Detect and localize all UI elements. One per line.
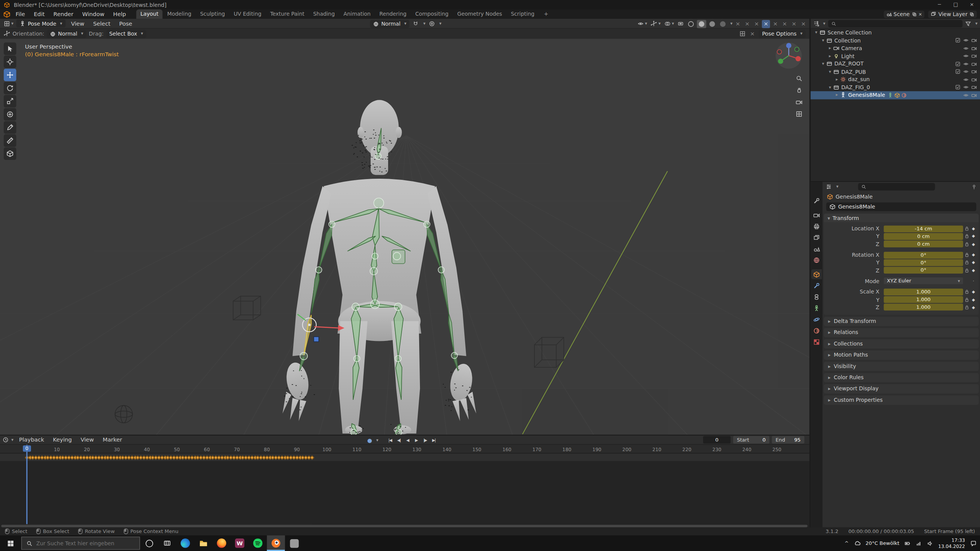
properties-search[interactable] [858,183,935,191]
disclosure-icon[interactable]: ▾ [827,85,833,90]
lock-icon[interactable] [964,241,969,246]
volume-icon[interactable] [927,540,933,546]
section-collections[interactable]: ▸Collections [824,339,979,348]
keyframe-decorator-icon[interactable]: ◆ [970,253,977,258]
outliner-row-genesis8male[interactable]: ▸Genesis8Male [811,91,980,99]
camera-view-icon[interactable] [795,99,802,106]
close-button[interactable]: × [964,0,980,9]
transform-panel-header[interactable]: ▾ Transform [824,214,979,222]
navigation-gizmo[interactable] [774,41,803,71]
properties-tab-physics[interactable] [811,314,822,324]
zoom-icon[interactable] [795,75,802,82]
gizmo-x-arrow[interactable] [314,327,338,328]
task-view-button[interactable] [158,535,176,551]
timeline-editor-icon[interactable] [3,437,9,443]
field-z-2[interactable]: 0 cm [884,241,963,248]
check-toggle-icon[interactable] [955,85,961,90]
start-button[interactable] [0,535,21,551]
keyframe-decorator-icon[interactable]: ◆ [970,241,977,246]
taskbar-search[interactable] [21,536,140,549]
tool-measure-button[interactable] [4,134,16,147]
eye-toggle-icon[interactable] [963,85,969,90]
tool-transform-button[interactable] [4,108,16,121]
wireframe-cube-right[interactable] [534,337,564,367]
disclosure-icon[interactable]: ▸ [827,54,833,59]
new-view-layer-icon[interactable] [969,11,974,16]
section-viewport-display[interactable]: ▸Viewport Display [824,384,979,393]
workspace-tab-compositing[interactable]: Compositing [411,9,453,18]
menu-window[interactable]: Window [78,11,109,17]
keyframe-decorator-icon[interactable]: ◆ [970,226,977,231]
visibility-dropdown[interactable]: ▾ [636,20,648,28]
field-scale-x-7[interactable]: 1.000 [884,289,963,295]
field-rotation-x-3[interactable]: 0° [884,251,963,258]
gizmo-plane-handle[interactable] [314,337,319,342]
joint-sphere[interactable] [371,300,379,309]
section-relations[interactable]: ▸Relations [824,328,979,337]
view-layer-selector[interactable]: View Layer [928,10,977,18]
camera-toggle-icon[interactable] [971,46,977,51]
eye-toggle-icon[interactable] [963,69,969,75]
action-center-icon[interactable] [970,540,977,547]
field-z-9[interactable]: 1.000 [884,304,963,311]
field-y-8[interactable]: 1.000 [884,296,963,303]
tool-rotate-button[interactable] [4,82,16,95]
taskbar-app-blender[interactable] [267,535,285,551]
section-custom-properties[interactable]: ▸Custom Properties [824,395,979,404]
viewport-menu-view[interactable]: View [67,20,89,26]
clear-toggle-icon[interactable]: × [748,30,756,38]
eye-toggle-icon[interactable] [963,61,969,67]
tool-scale-button[interactable] [4,95,16,108]
scene-selector[interactable]: Scene × [884,10,924,18]
camera-toggle-icon[interactable] [971,69,977,75]
viewport-menu-pose[interactable]: Pose [115,20,137,26]
properties-editor-caret[interactable]: ▾ [836,184,838,189]
keyframe-decorator-icon[interactable]: ◆ [970,289,977,294]
outliner-row-collection[interactable]: ▾Collection [811,37,980,44]
outliner-row-camera[interactable]: ▸Camera [811,44,980,52]
tray-expand-icon[interactable]: ^ [844,540,849,546]
workspace-tab-shading[interactable]: Shading [309,9,339,18]
properties-tab-object-data[interactable] [811,303,822,313]
check-toggle-icon[interactable] [955,37,961,43]
joint-sphere[interactable] [354,355,360,362]
transport-button-4[interactable]: |▶ [421,436,429,444]
properties-tab-view-layer[interactable] [811,232,822,242]
joint-sphere[interactable] [424,221,430,227]
proportional-options-caret[interactable]: ▾ [439,21,441,26]
joint-sphere[interactable] [315,267,322,273]
new-scene-icon[interactable] [911,11,916,16]
joint-sphere[interactable] [451,352,457,359]
workspace-tab-layout[interactable]: Layout [136,9,163,18]
keyframe-decorator-icon[interactable]: ◆ [970,297,977,302]
joint-sphere[interactable] [394,303,402,311]
field-location-x-0[interactable]: -14 cm [884,225,963,232]
overlays-dropdown[interactable]: ▾ [663,20,675,28]
taskbar-app-w[interactable]: W [230,535,248,551]
filter-caret[interactable]: ▾ [975,21,978,26]
timeline-menu-keying[interactable]: Keying [49,437,76,443]
outliner-row-scene-collection[interactable]: ▾Scene Collection [811,29,980,36]
timeline-channels[interactable] [0,461,809,524]
properties-tab-texture[interactable] [811,337,822,347]
breadcrumb-object[interactable]: Genesis8Male [836,193,873,199]
axis-z-ball[interactable] [786,43,792,48]
taskbar-app-explorer[interactable] [194,535,212,551]
timeline-ruler[interactable]: 0102030405060708090100110120130140150160… [0,445,809,453]
wireframe-cube-left[interactable] [233,296,261,320]
section-motion-paths[interactable]: ▸Motion Paths [824,350,979,360]
lock-icon[interactable] [964,297,969,302]
outliner-row-daz-root[interactable]: ▾DAZ_ROOT [811,60,980,68]
properties-tab-material[interactable] [811,326,822,336]
shading-material-button[interactable] [708,20,717,28]
bone-layer-toggle-5[interactable]: × [771,20,779,28]
taskbar-app-gray[interactable] [285,535,303,551]
menu-file[interactable]: File [11,11,29,17]
timeline-menu-view[interactable]: View [76,437,98,443]
axis-x-neg-ball[interactable] [777,50,781,54]
timeline-editor-caret[interactable]: ▾ [11,437,13,442]
proportional-edit-toggle[interactable] [427,20,436,28]
joint-sphere[interactable] [329,221,335,227]
disclosure-icon[interactable]: ▾ [813,30,819,35]
timeline-menu-playback[interactable]: Playback [15,437,48,443]
